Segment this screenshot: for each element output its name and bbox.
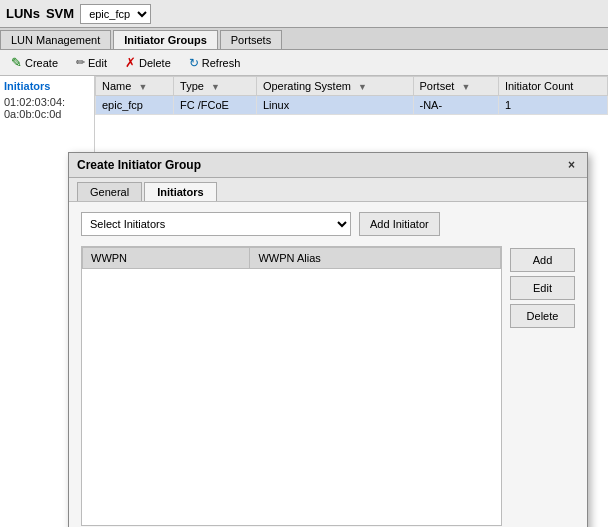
col-header-initiator-count[interactable]: Initiator Count — [498, 77, 607, 96]
select-initiators-row: Select Initiators Add Initiator — [81, 212, 575, 236]
cell-portset: -NA- — [413, 96, 498, 115]
sidebar-initiator-value: 01:02:03:04:0a:0b:0c:0d — [4, 96, 90, 120]
tab-lun-management[interactable]: LUN Management — [0, 30, 111, 49]
refresh-button[interactable]: ↻ Refresh — [184, 54, 246, 72]
sidebar-section-label: Initiators — [4, 80, 90, 92]
modal-body: Select Initiators Add Initiator WWPN — [69, 202, 587, 527]
add-initiator-button[interactable]: Add Initiator — [359, 212, 440, 236]
delete-wwpn-button[interactable]: Delete — [510, 304, 575, 328]
main-table: Name ▼ Type ▼ Operating System ▼ Portset… — [95, 76, 608, 115]
modal-header: Create Initiator Group × — [69, 153, 587, 178]
cell-os: Linux — [256, 96, 413, 115]
inner-col-wwpn-alias: WWPN Alias — [250, 248, 501, 269]
col-sort-arrow: ▼ — [138, 82, 147, 92]
edit-wwpn-button[interactable]: Edit — [510, 276, 575, 300]
main-tabs: LUN Management Initiator Groups Portsets — [0, 28, 608, 50]
modal-tabs: General Initiators — [69, 178, 587, 202]
refresh-icon: ↻ — [189, 56, 199, 70]
side-buttons: Add Edit Delete — [510, 246, 575, 526]
col-sort-arrow: ▼ — [461, 82, 470, 92]
create-icon: ✎ — [11, 55, 22, 70]
delete-icon: ✗ — [125, 55, 136, 70]
modal-tab-general[interactable]: General — [77, 182, 142, 201]
modal-title: Create Initiator Group — [77, 158, 201, 172]
svm-title: SVM — [46, 6, 74, 21]
create-button[interactable]: ✎ Create — [6, 53, 63, 72]
col-header-os[interactable]: Operating System ▼ — [256, 77, 413, 96]
col-header-portset[interactable]: Portset ▼ — [413, 77, 498, 96]
edit-icon: ✏ — [76, 56, 85, 69]
svm-dropdown[interactable]: epic_fcp — [80, 4, 151, 24]
tab-initiator-groups[interactable]: Initiator Groups — [113, 30, 218, 49]
edit-button[interactable]: ✏ Edit — [71, 54, 112, 71]
inner-col-wwpn: WWPN — [83, 248, 250, 269]
toolbar: ✎ Create ✏ Edit ✗ Delete ↻ Refresh — [0, 50, 608, 76]
inner-table-wrapper: WWPN WWPN Alias Add Edit — [81, 246, 575, 526]
tab-portsets[interactable]: Portsets — [220, 30, 282, 49]
main-area: Initiators 01:02:03:04:0a:0b:0c:0d Name … — [0, 76, 608, 527]
top-bar: LUNs SVM epic_fcp — [0, 0, 608, 28]
cell-name: epic_fcp — [96, 96, 174, 115]
col-header-name[interactable]: Name ▼ — [96, 77, 174, 96]
modal-tab-initiators[interactable]: Initiators — [144, 182, 216, 201]
wwpn-table-container: WWPN WWPN Alias — [81, 246, 502, 526]
cell-initiator-count: 1 — [498, 96, 607, 115]
table-row[interactable]: epic_fcp FC /FCoE Linux -NA- 1 — [96, 96, 608, 115]
delete-button[interactable]: ✗ Delete — [120, 53, 176, 72]
col-sort-arrow: ▼ — [358, 82, 367, 92]
add-wwpn-button[interactable]: Add — [510, 248, 575, 272]
col-header-type[interactable]: Type ▼ — [174, 77, 257, 96]
modal-close-button[interactable]: × — [564, 158, 579, 172]
col-sort-arrow: ▼ — [211, 82, 220, 92]
create-initiator-group-modal: Create Initiator Group × General Initiat… — [68, 152, 588, 527]
cell-type: FC /FCoE — [174, 96, 257, 115]
luns-title: LUNs — [6, 6, 40, 21]
wwpn-table: WWPN WWPN Alias — [82, 247, 501, 269]
initiators-dropdown[interactable]: Select Initiators — [81, 212, 351, 236]
